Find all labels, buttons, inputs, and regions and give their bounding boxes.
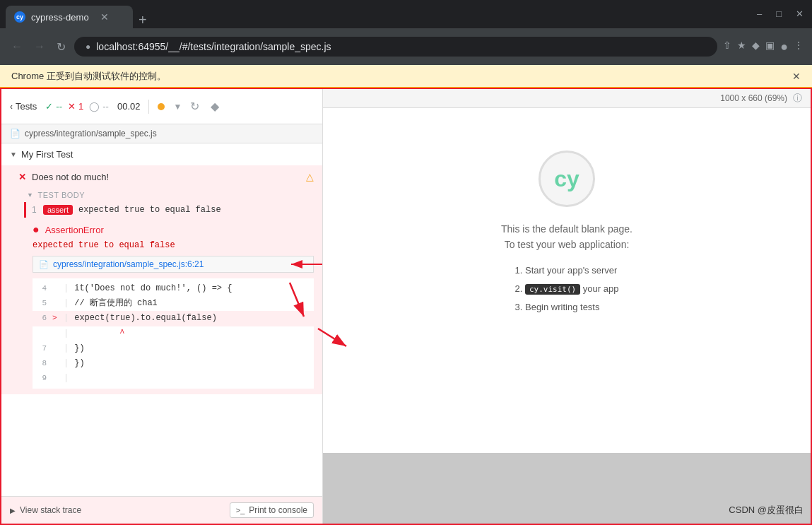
file-reference[interactable]: 📄 cypress/integration/sample_spec.js:6:2…: [33, 256, 314, 273]
step2-post: your app: [583, 283, 619, 294]
split-view-icon[interactable]: ▣: [765, 40, 775, 54]
file-path: cypress/integration/sample_spec.js: [25, 129, 157, 138]
globe-button[interactable]: ◆: [211, 100, 219, 113]
url-text: localhost:64955/__/#/tests/integration/s…: [96, 41, 706, 52]
fail-count: 1: [78, 101, 83, 112]
file-ref-icon: 📄: [39, 260, 49, 269]
step2-pre: 2.: [515, 283, 523, 294]
code-line-7: 7 | }): [33, 341, 314, 356]
menu-icon[interactable]: ⋮: [794, 40, 804, 54]
extensions-icon[interactable]: ◆: [752, 40, 760, 54]
suite-chevron-icon: ▼: [10, 151, 17, 158]
code-block: 4 | it('Does not do much!', () => { 5: [33, 278, 314, 389]
app-preview-panel: 1000 x 660 (69%) ⓘ cy This is the defaul…: [323, 89, 811, 524]
app-frame: cy This is the default blank page. To te…: [323, 108, 811, 453]
status-dot: [158, 103, 165, 110]
file-path-bar: 📄 cypress/integration/sample_spec.js: [1, 124, 322, 143]
tests-label: Tests: [16, 101, 37, 112]
tab-favicon: cy: [14, 11, 25, 23]
pass-count: --: [56, 101, 62, 112]
stack-chevron-icon: ▶: [10, 507, 16, 514]
reload-button[interactable]: ↻: [54, 37, 69, 57]
minimize-icon[interactable]: –: [757, 8, 762, 19]
action-bar: ▶ View stack trace >_ Print to console: [1, 496, 322, 524]
browser-content: ‹ Tests ✓ -- ✕ 1 ◯ --: [0, 88, 812, 525]
info-bar-text: Chrome 正受到自动测试软件的控制。: [11, 70, 166, 83]
cy-logo: cy: [539, 151, 595, 207]
code-line-8: 8 | }): [33, 356, 314, 371]
view-stack-trace-button[interactable]: ▶ View stack trace: [10, 505, 81, 515]
forward-button[interactable]: →: [31, 37, 48, 56]
checkmark-icon: ✓: [45, 101, 53, 112]
new-tab-button[interactable]: +: [139, 12, 147, 28]
default-line1: This is the default blank page.: [501, 221, 632, 237]
default-page-text: This is the default blank page. To test …: [501, 221, 632, 253]
browser-action-icons: ⇧ ★ ◆ ▣ ● ⋮: [723, 40, 804, 54]
warning-icon: △: [306, 171, 314, 182]
error-box: ● AssertionError expected true to equal …: [1, 218, 322, 394]
separator: [148, 100, 149, 114]
fail-x-icon: ✕: [68, 101, 76, 112]
watermark: CSDN @皮蛋很白: [729, 504, 804, 517]
default-page: cy This is the default blank page. To te…: [501, 151, 632, 317]
resolution-text: 1000 x 660 (69%): [720, 93, 787, 103]
test-suite: ▼ My First Test ✕ Does not do much! △ ▼: [1, 143, 322, 394]
suite-name: My First Test: [21, 149, 73, 160]
tests-back-button[interactable]: ‹ Tests: [10, 101, 37, 112]
chevron-left-icon: ‹: [10, 102, 13, 112]
test-header[interactable]: ✕ Does not do much! △: [1, 165, 322, 188]
arrow-svg: [286, 254, 322, 275]
code-line-caret: | ^: [33, 326, 314, 341]
step2: 2. cy.visit() your app: [515, 280, 619, 298]
back-button[interactable]: ←: [8, 37, 25, 56]
maximize-icon[interactable]: □: [776, 8, 782, 19]
code-line-6: 6 > | expect(true).to.equal(false): [33, 311, 314, 326]
view-stack-label: View stack trace: [20, 505, 81, 515]
body-chevron-icon: ▼: [27, 191, 33, 199]
command-number: 1: [32, 205, 43, 215]
tab-bar: cy cypress-demo ✕ + – □ ✕: [0, 0, 812, 28]
test-item: ✕ Does not do much! △ ▼ TEST BODY 1: [1, 165, 322, 394]
test-stats: ✓ -- ✕ 1 ◯ --: [45, 101, 109, 112]
info-bar: Chrome 正受到自动测试软件的控制。 ✕: [0, 65, 812, 88]
fail-stat: ✕ 1: [68, 101, 83, 112]
pending-count: --: [102, 101, 109, 112]
pass-stat: ✓ --: [45, 101, 62, 112]
active-tab[interactable]: cy cypress-demo ✕: [6, 6, 133, 28]
pending-stat: ◯ --: [89, 101, 109, 112]
console-icon: >_: [236, 506, 245, 514]
default-line2: To test your web application:: [501, 237, 632, 252]
cy-logo-text: cy: [554, 166, 579, 192]
error-header: ● AssertionError: [33, 223, 314, 236]
code-line-5: 5 | // 断言使用的 chai: [33, 296, 314, 311]
error-title: AssertionError: [45, 225, 104, 235]
test-name: Does not do much!: [32, 172, 300, 182]
runner-toolbar: ‹ Tests ✓ -- ✕ 1 ◯ --: [1, 89, 322, 124]
info-icon: ⓘ: [793, 92, 802, 105]
command-row[interactable]: 1 assert expected true to equal false: [24, 202, 322, 218]
error-message: expected true to equal false: [33, 240, 314, 250]
test-body-text: TEST BODY: [37, 191, 85, 199]
close-window-icon[interactable]: ✕: [796, 8, 804, 19]
lock-icon: ●: [86, 42, 90, 52]
print-console-button[interactable]: >_ Print to console: [230, 502, 314, 518]
url-bar[interactable]: ● localhost:64955/__/#/tests/integration…: [74, 37, 717, 57]
tab-close-button[interactable]: ✕: [100, 11, 109, 23]
assert-badge: assert: [43, 205, 73, 215]
command-text: expected true to equal false: [78, 205, 221, 215]
refresh-button[interactable]: ↻: [190, 100, 199, 113]
step1: 1. Start your app's server: [515, 261, 619, 280]
print-console-label: Print to console: [249, 505, 307, 515]
address-bar: ← → ↻ ● localhost:64955/__/#/tests/integ…: [0, 28, 812, 65]
arrow-down-icon: ▼: [173, 102, 182, 112]
bookmark-icon[interactable]: ★: [737, 40, 746, 54]
resolution-bar: 1000 x 660 (69%) ⓘ: [323, 89, 811, 108]
step3: 3. Begin writing tests: [515, 298, 619, 317]
cypress-runner-panel: ‹ Tests ✓ -- ✕ 1 ◯ --: [1, 89, 323, 524]
info-bar-close[interactable]: ✕: [792, 71, 801, 82]
cy-visit-badge: cy.visit(): [525, 284, 580, 295]
code-line-9: 9 |: [33, 371, 314, 386]
test-body-label: ▼ TEST BODY: [1, 188, 322, 202]
share-icon[interactable]: ⇧: [723, 40, 731, 54]
account-icon[interactable]: ●: [780, 40, 788, 54]
